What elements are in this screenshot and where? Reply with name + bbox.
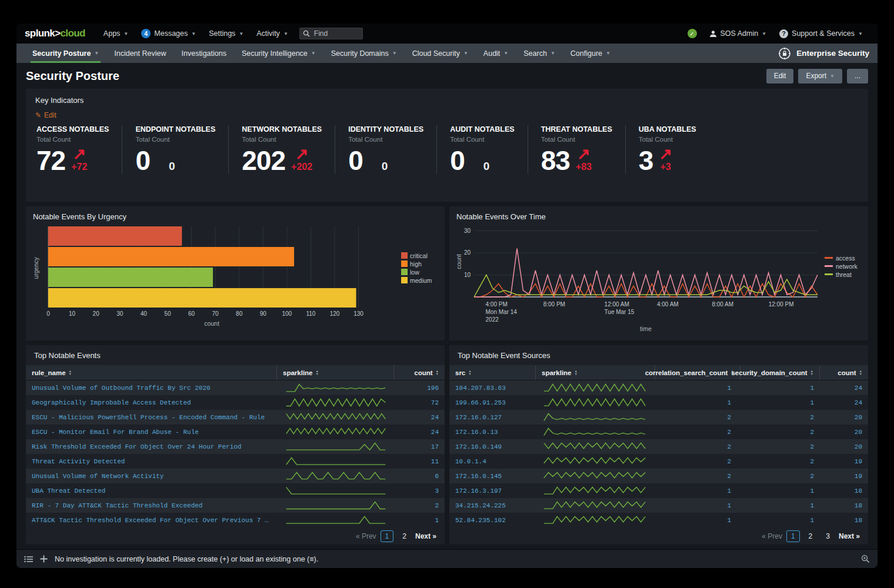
rule-name-value[interactable]: Unusual Volume of Outbound Traffic By Sr… bbox=[32, 385, 211, 392]
column-header-rule-name[interactable]: rule_name▲▼ bbox=[26, 365, 276, 380]
tab-security-domains[interactable]: Security Domains▼ bbox=[323, 44, 405, 63]
count[interactable]: 196 bbox=[394, 385, 445, 392]
legend-swatch-high[interactable] bbox=[401, 260, 408, 267]
health-status-icon[interactable]: ✓ bbox=[688, 29, 697, 38]
rule-name[interactable]: Unusual Volume of Network Activity bbox=[26, 473, 278, 480]
src-value[interactable]: 172.16.0.127 bbox=[455, 414, 502, 421]
edit-button[interactable]: Edit bbox=[766, 69, 794, 83]
count[interactable]: 20 bbox=[820, 429, 868, 436]
tab-security-posture[interactable]: Security Posture▼ bbox=[25, 44, 106, 63]
kpi-identity-notables[interactable]: IDENTITY NOTABLESTotal Count00 bbox=[335, 125, 437, 174]
pagination-page-1[interactable]: 1 bbox=[381, 530, 394, 542]
column-header-correlation-search-count[interactable]: correlation_search_count▲▼ bbox=[655, 365, 740, 380]
tab-security-intelligence[interactable]: Security Intelligence▼ bbox=[234, 44, 323, 63]
pagination-next[interactable]: Next » bbox=[415, 532, 436, 540]
splunk-cloud-logo[interactable]: splunk>cloud bbox=[25, 28, 85, 39]
legend-swatch-low[interactable] bbox=[401, 269, 408, 275]
src[interactable]: 199.66.91.253 bbox=[449, 399, 535, 406]
rule-name-value[interactable]: ESCU - Monitor Email For Brand Abuse - R… bbox=[32, 429, 199, 436]
src[interactable]: 10.0.1.4 bbox=[449, 458, 535, 465]
tab-investigations[interactable]: Investigations bbox=[174, 44, 234, 63]
notable-event-row[interactable]: ESCU - Malicious PowerShell Process - En… bbox=[26, 410, 445, 425]
security-domain-count[interactable]: 2 bbox=[737, 458, 820, 465]
create-investigation-icon[interactable] bbox=[40, 555, 48, 563]
event-source-row[interactable]: 104.207.83.631124 bbox=[449, 380, 868, 395]
rule-name[interactable]: UBA Threat Detected bbox=[26, 487, 278, 495]
correlation-search-count[interactable]: 1 bbox=[654, 487, 737, 495]
src-value[interactable]: 34.215.24.225 bbox=[455, 502, 506, 509]
pagination-page-1[interactable]: 1 bbox=[786, 530, 800, 542]
pagination-page-2[interactable]: 2 bbox=[804, 530, 818, 542]
count[interactable]: 72 bbox=[394, 399, 445, 406]
notable-event-row[interactable]: RIR - 7 Day ATT&CK Tactic Threshold Exce… bbox=[26, 498, 445, 513]
rule-name-value[interactable]: Unusual Volume of Network Activity bbox=[32, 473, 164, 480]
column-header-security-domain-count[interactable]: security_domain_count▲▼ bbox=[740, 365, 819, 380]
tab-audit[interactable]: Audit▼ bbox=[476, 44, 516, 63]
rule-name[interactable]: ESCU - Malicious PowerShell Process - En… bbox=[26, 414, 278, 421]
notable-event-row[interactable]: ATT&CK Tactic Threshold Exceeded For Obj… bbox=[26, 513, 445, 527]
src[interactable]: 172.16.0.13 bbox=[449, 429, 535, 436]
security-domain-count[interactable]: 1 bbox=[737, 487, 820, 495]
count[interactable]: 2 bbox=[394, 502, 445, 509]
count[interactable]: 17 bbox=[394, 443, 445, 450]
rule-name-value[interactable]: RIR - 7 Day ATT&CK Tactic Threshold Exce… bbox=[32, 502, 202, 509]
rule-name[interactable]: ESCU - Monitor Email For Brand Abuse - R… bbox=[26, 429, 278, 436]
notable-event-row[interactable]: Geographically Improbable Access Detecte… bbox=[26, 395, 445, 410]
event-source-row[interactable]: 172.16.3.1971118 bbox=[449, 483, 868, 498]
kpi-endpoint-notables[interactable]: ENDPOINT NOTABLESTotal Count00 bbox=[122, 125, 229, 174]
src[interactable]: 34.215.24.225 bbox=[449, 502, 535, 509]
security-domain-count[interactable]: 1 bbox=[737, 385, 820, 392]
src-value[interactable]: 10.0.1.4 bbox=[455, 458, 486, 465]
notable-event-row[interactable]: Risk Threshold Exceeded For Object Over … bbox=[26, 439, 445, 454]
tab-search[interactable]: Search▼ bbox=[516, 44, 563, 63]
zoom-in-icon[interactable] bbox=[861, 554, 870, 563]
tab-incident-review[interactable]: Incident Review bbox=[106, 44, 174, 63]
notable-event-row[interactable]: Threat Activity Detected11 bbox=[26, 454, 445, 469]
bar-low[interactable] bbox=[48, 268, 213, 287]
kpi-network-notables[interactable]: NETWORK NOTABLESTotal Count202↗+202 bbox=[229, 125, 335, 174]
correlation-search-count[interactable]: 1 bbox=[654, 517, 737, 524]
pagination-prev[interactable]: « Prev bbox=[356, 532, 376, 540]
column-header-count[interactable]: count▲▼ bbox=[819, 365, 868, 380]
correlation-search-count[interactable]: 1 bbox=[654, 502, 737, 509]
src-value[interactable]: 172.16.3.197 bbox=[455, 487, 502, 495]
rule-name-value[interactable]: ESCU - Malicious PowerShell Process - En… bbox=[32, 414, 265, 421]
rule-name[interactable]: ATT&CK Tactic Threshold Exceeded For Obj… bbox=[26, 517, 278, 524]
count[interactable]: 11 bbox=[394, 458, 445, 465]
src[interactable]: 172.16.0.145 bbox=[449, 473, 535, 480]
legend-swatch-access[interactable] bbox=[825, 257, 833, 259]
rule-name-value[interactable]: Geographically Improbable Access Detecte… bbox=[32, 399, 191, 406]
rule-name-value[interactable]: Threat Activity Detected bbox=[32, 458, 125, 465]
rule-name[interactable]: RIR - 7 Day ATT&CK Tactic Threshold Exce… bbox=[26, 502, 278, 509]
bar-medium[interactable] bbox=[48, 288, 356, 308]
correlation-search-count[interactable]: 2 bbox=[654, 473, 737, 480]
src[interactable]: 52.84.235.102 bbox=[449, 517, 535, 524]
src-value[interactable]: 104.207.83.63 bbox=[455, 385, 506, 392]
legend-swatch-critical[interactable] bbox=[401, 252, 408, 259]
correlation-search-count[interactable]: 2 bbox=[654, 414, 737, 421]
src-value[interactable]: 199.66.91.253 bbox=[455, 399, 506, 406]
count[interactable]: 19 bbox=[820, 458, 868, 465]
rule-name-value[interactable]: ATT&CK Tactic Threshold Exceeded For Obj… bbox=[32, 517, 272, 524]
bar-high[interactable] bbox=[48, 247, 294, 266]
column-header-src[interactable]: src▲▼ bbox=[449, 365, 535, 380]
src[interactable]: 172.16.0.149 bbox=[449, 443, 535, 450]
src[interactable]: 172.16.3.197 bbox=[449, 487, 535, 495]
pagination-page-2[interactable]: 2 bbox=[398, 530, 411, 542]
investigation-list-icon[interactable] bbox=[24, 556, 33, 563]
security-domain-count[interactable]: 1 bbox=[737, 517, 820, 524]
rule-name-value[interactable]: Risk Threshold Exceeded For Object Over … bbox=[32, 443, 241, 450]
count[interactable]: 18 bbox=[820, 487, 868, 495]
legend-swatch-medium[interactable] bbox=[401, 277, 408, 283]
kpi-threat-notables[interactable]: THREAT NOTABLESTotal Count83↗+83 bbox=[528, 125, 626, 174]
count[interactable]: 1 bbox=[394, 517, 445, 524]
notable-event-row[interactable]: UBA Threat Detected3 bbox=[26, 483, 445, 498]
tab-configure[interactable]: Configure▼ bbox=[563, 44, 618, 63]
src-value[interactable]: 172.16.0.145 bbox=[455, 473, 502, 480]
kpi-uba-notables[interactable]: UBA NOTABLESTotal Count3↗+3 bbox=[626, 125, 709, 174]
count[interactable]: 3 bbox=[394, 487, 445, 495]
tab-cloud-security[interactable]: Cloud Security▼ bbox=[405, 44, 476, 63]
rule-name[interactable]: Risk Threshold Exceeded For Object Over … bbox=[26, 443, 278, 450]
column-header-sparkline[interactable]: sparkline▲▼ bbox=[535, 365, 655, 380]
notable-event-row[interactable]: ESCU - Monitor Email For Brand Abuse - R… bbox=[26, 425, 445, 439]
